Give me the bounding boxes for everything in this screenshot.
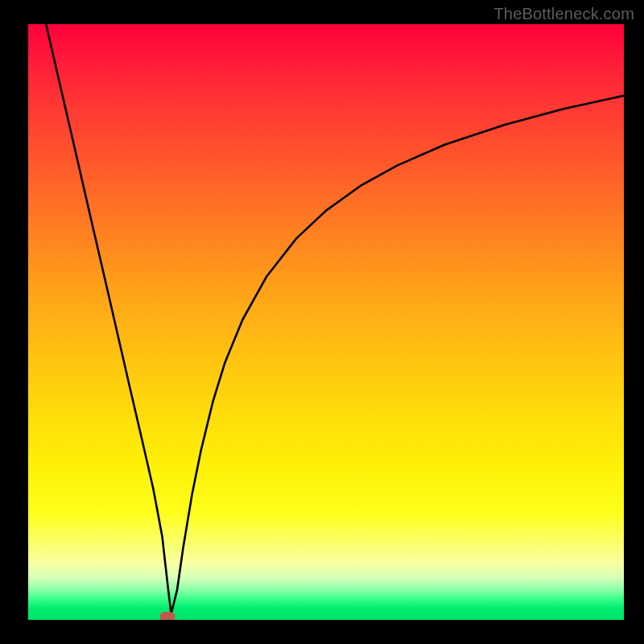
- watermark-text: TheBottleneck.com: [493, 5, 634, 23]
- curve-svg: [28, 24, 624, 620]
- plot-area: [28, 24, 624, 620]
- curve-path: [46, 24, 624, 614]
- chart-frame: TheBottleneck.com: [0, 0, 644, 644]
- bottleneck-marker: [160, 612, 175, 620]
